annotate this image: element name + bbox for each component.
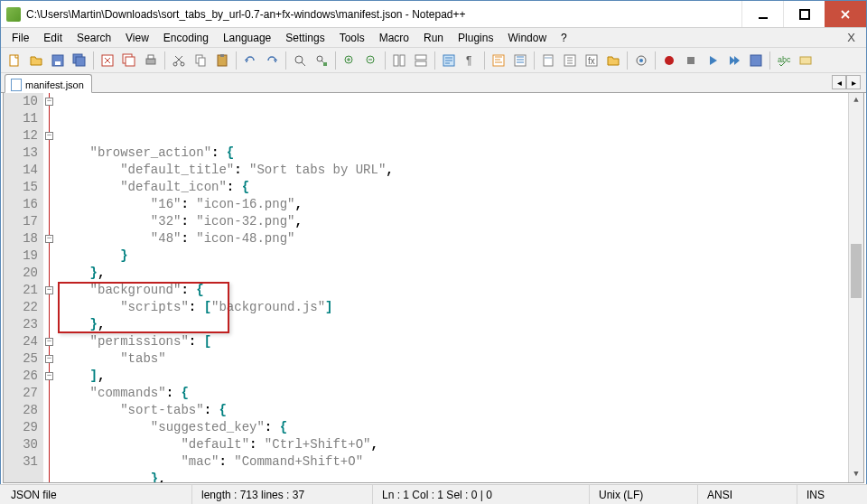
fold-toggle[interactable]: − [45, 286, 53, 294]
svg-rect-11 [148, 55, 154, 59]
menubar: FileEditSearchViewEncodingLanguageSettin… [1, 28, 866, 48]
replace-icon[interactable] [312, 51, 331, 70]
save-all-icon[interactable] [70, 51, 89, 70]
sync-vscroll-icon[interactable] [389, 51, 409, 70]
menu-[interactable]: ? [554, 30, 574, 46]
window-controls [741, 1, 866, 27]
svg-rect-39 [687, 57, 695, 64]
menu-language[interactable]: Language [216, 30, 278, 46]
fold-toggle[interactable]: − [45, 235, 53, 243]
sync-hscroll-icon[interactable] [411, 51, 431, 70]
paste-icon[interactable] [212, 51, 232, 70]
redo-icon[interactable] [262, 51, 282, 70]
document-icon [11, 79, 22, 91]
menu-macro[interactable]: Macro [372, 30, 416, 46]
udl-icon[interactable] [510, 51, 530, 70]
menu-encoding[interactable]: Encoding [156, 30, 216, 46]
folder-workspace-icon[interactable] [603, 51, 623, 70]
menu-search[interactable]: Search [70, 30, 118, 46]
doc-list-icon[interactable] [560, 51, 580, 70]
svg-rect-40 [750, 55, 761, 66]
zoom-out-icon[interactable] [361, 51, 381, 70]
indent-guide-icon[interactable] [489, 51, 508, 70]
menu-edit[interactable]: Edit [36, 30, 70, 46]
status-eol: Unix (LF) [589, 485, 697, 504]
svg-rect-24 [400, 55, 405, 66]
svg-point-38 [665, 56, 674, 65]
menu-run[interactable]: Run [416, 30, 451, 46]
save-icon[interactable] [48, 51, 68, 70]
maximize-button[interactable] [783, 1, 825, 27]
tab-label: manifest.json [25, 79, 84, 90]
svg-point-18 [295, 56, 303, 63]
editor: 1011121314151617181920212223242526272829… [3, 93, 864, 483]
close-file-icon[interactable] [98, 51, 117, 70]
scroll-up-icon[interactable]: ▲ [849, 93, 863, 108]
status-length: length : 713 lines : 37 [191, 485, 372, 504]
svg-rect-25 [415, 55, 426, 60]
find-icon[interactable] [290, 51, 310, 70]
fold-toggle[interactable]: − [45, 372, 53, 380]
menubar-close-icon[interactable]: X [847, 31, 855, 44]
svg-rect-26 [415, 61, 426, 66]
status-position: Ln : 1 Col : 1 Sel : 0 | 0 [372, 485, 589, 504]
close-button[interactable] [825, 1, 866, 27]
menu-tools[interactable]: Tools [332, 30, 372, 46]
fold-toggle[interactable]: − [45, 98, 53, 106]
wordwrap-icon[interactable] [439, 51, 459, 70]
svg-rect-15 [199, 58, 205, 66]
svg-rect-9 [126, 57, 135, 66]
svg-text:¶: ¶ [466, 54, 471, 67]
status-filetype: JSON file [2, 485, 191, 504]
save-macro-icon[interactable] [746, 51, 766, 70]
app-icon [6, 7, 21, 22]
scroll-down-icon[interactable]: ▼ [849, 467, 863, 482]
spellcheck-next-icon[interactable] [796, 51, 816, 70]
svg-rect-2 [10, 55, 18, 66]
menu-settings[interactable]: Settings [278, 30, 331, 46]
file-tab[interactable]: manifest.json [5, 74, 92, 93]
print-icon[interactable] [141, 51, 161, 70]
copy-icon[interactable] [191, 51, 210, 70]
close-all-icon[interactable] [119, 51, 139, 70]
svg-rect-32 [545, 57, 552, 59]
svg-point-37 [639, 59, 643, 62]
tab-scroll-left[interactable]: ◂ [832, 75, 846, 89]
menu-file[interactable]: File [5, 30, 36, 46]
show-all-chars-icon[interactable]: ¶ [461, 51, 480, 70]
tabbar: manifest.json ◂ ▸ [1, 73, 866, 93]
menu-plugins[interactable]: Plugins [451, 30, 500, 46]
record-macro-icon[interactable] [659, 51, 679, 70]
menu-window[interactable]: Window [500, 30, 554, 46]
scroll-thumb[interactable] [851, 244, 862, 298]
monitor-icon[interactable] [631, 51, 651, 70]
undo-icon[interactable] [240, 51, 260, 70]
new-file-icon[interactable] [5, 51, 24, 70]
open-file-icon[interactable] [26, 51, 46, 70]
svg-rect-42 [800, 57, 811, 64]
doc-map-icon[interactable] [538, 51, 558, 70]
cut-icon[interactable] [169, 51, 189, 70]
spellcheck-icon[interactable]: abc [774, 51, 794, 70]
menu-view[interactable]: View [118, 30, 156, 46]
zoom-in-icon[interactable] [340, 51, 359, 70]
fold-column: −−−−−−− [43, 93, 56, 482]
function-list-icon[interactable]: fx [582, 51, 601, 70]
svg-rect-17 [220, 54, 224, 57]
status-encoding: ANSI [697, 485, 797, 504]
fold-toggle[interactable]: − [45, 132, 53, 140]
window-title: C:\Users\Martin\Downloads\sort_tabs_by_u… [26, 8, 741, 21]
stop-macro-icon[interactable] [681, 51, 701, 70]
code-area[interactable]: "browser_action": { "default_title": "So… [56, 93, 848, 482]
statusbar: JSON file length : 713 lines : 37 Ln : 1… [0, 484, 867, 504]
svg-rect-20 [323, 62, 327, 66]
svg-text:fx: fx [588, 56, 595, 66]
minimize-button[interactable] [741, 1, 783, 27]
play-macro-icon[interactable] [703, 51, 722, 70]
svg-rect-0 [759, 17, 768, 19]
play-multi-icon[interactable] [724, 51, 744, 70]
vertical-scrollbar[interactable]: ▲ ▼ [848, 93, 863, 482]
fold-toggle[interactable]: − [45, 338, 53, 346]
tab-scroll-right[interactable]: ▸ [846, 75, 861, 89]
fold-toggle[interactable]: − [45, 355, 53, 363]
